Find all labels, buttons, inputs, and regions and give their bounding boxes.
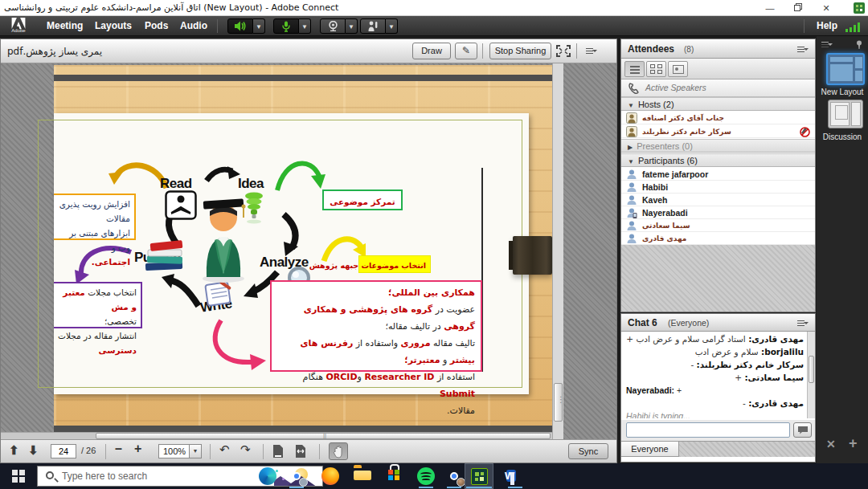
layout-label[interactable]: New Layout: [817, 88, 868, 96]
host-row[interactable]: جناب آقای دکتر اصنافه: [621, 112, 815, 124]
participant-row[interactable]: سیما سعادتی: [621, 219, 815, 232]
search-placeholder: Type here to search: [62, 471, 147, 482]
speaker-button[interactable]: [227, 18, 253, 34]
visibility-box: افزایش رویت پذیری مقالات ابزارهای مبتنی …: [54, 194, 136, 240]
microsoft-store-icon[interactable]: [386, 467, 403, 485]
status-dropdown[interactable]: ▼: [386, 18, 398, 34]
tab-everyone[interactable]: Everyone: [621, 441, 679, 457]
idea-to-focus-arrow: [272, 155, 326, 195]
chat-scrollbar-thumb[interactable]: [809, 356, 814, 383]
horizontal-scrollbar[interactable]: [1, 432, 552, 439]
chat-scope-label: (Everyone): [668, 318, 709, 328]
fit-width-icon[interactable]: [295, 444, 308, 461]
breakout-view-button[interactable]: [646, 61, 666, 77]
chat-input[interactable]: [626, 422, 790, 438]
minimize-button[interactable]: —: [756, 0, 784, 16]
attendees-empty-area: [621, 245, 815, 312]
host-row[interactable]: سرکار خانم دکتر نظربلند: [621, 125, 815, 138]
stage-label-read: Read: [160, 176, 192, 192]
list-view-button[interactable]: [624, 61, 645, 77]
file-explorer-icon[interactable]: [354, 467, 371, 485]
webcam-control: ▼: [320, 18, 358, 34]
annotation-pencil-button[interactable]: ✎: [455, 43, 477, 59]
sync-button[interactable]: Sync: [568, 443, 608, 459]
chat-tab-strip: [679, 441, 815, 457]
rail-menu-icon[interactable]: [821, 41, 833, 48]
chat-scrollbar[interactable]: [807, 332, 815, 418]
slide: Read Idea Analyze: [54, 113, 529, 394]
stop-sharing-button[interactable]: Stop Sharing: [489, 43, 551, 59]
taskbar-search[interactable]: Type here to search: [37, 466, 323, 487]
add-layout-icon[interactable]: +: [849, 435, 858, 452]
search-icon: [46, 471, 54, 479]
firefox-icon[interactable]: [321, 467, 339, 485]
previous-page-button[interactable]: ⬆: [9, 443, 19, 458]
draw-button[interactable]: Draw: [412, 43, 451, 59]
microphone-dropdown[interactable]: ▼: [299, 18, 311, 34]
participant-row[interactable]: Habibi: [621, 181, 815, 194]
pod-menu-icon[interactable]: [797, 320, 809, 327]
speaker-dropdown[interactable]: ▼: [253, 18, 265, 34]
binder-clip: [513, 236, 552, 275]
read-to-idea-arrow: [203, 165, 242, 185]
participant-avatar: [626, 194, 637, 206]
fullscreen-icon[interactable]: [555, 44, 571, 58]
menu-audio[interactable]: Audio: [175, 16, 212, 36]
webcam-button[interactable]: [320, 18, 346, 34]
participant-phone-avatar: [626, 207, 637, 218]
page-gap: [54, 75, 552, 81]
pod-menu-icon[interactable]: [586, 47, 597, 55]
participant-row[interactable]: Kaveh: [621, 194, 815, 206]
topics-box: انتخاب موضوعات جبهه پژوهش: [358, 255, 431, 273]
start-button[interactable]: [0, 463, 37, 489]
raise-hand-button[interactable]: [360, 18, 386, 34]
participants-section-header[interactable]: ▼Participants (6): [621, 153, 815, 167]
window-title: اتاق آنلاین مراسم-دانشکده علوم تربیتی و …: [4, 2, 338, 13]
participant-row[interactable]: Nayerabadi: [621, 206, 815, 219]
typing-indicator: Habibi is typing...: [626, 411, 810, 418]
next-page-button[interactable]: ⬇: [28, 443, 39, 458]
send-message-icon[interactable]: [793, 422, 812, 438]
chrome-icon[interactable]: [288, 467, 305, 485]
hosts-section-header[interactable]: ▼Hosts (2): [621, 97, 815, 111]
pin-icon[interactable]: [855, 40, 863, 50]
status-view-button[interactable]: [668, 61, 688, 77]
title-bar: اتاق آنلاین مراسم-دانشکده علوم تربیتی و …: [0, 0, 868, 16]
close-pod-icon[interactable]: ✕: [826, 438, 836, 450]
zoom-in-button[interactable]: +: [134, 442, 141, 456]
rotate-left-icon[interactable]: ↶: [219, 442, 230, 457]
horizontal-scrollbar-thumb[interactable]: [96, 433, 551, 439]
layout-label[interactable]: Discussion: [817, 132, 868, 141]
pan-hand-tool[interactable]: [329, 442, 348, 460]
pod-menu-icon[interactable]: [797, 46, 809, 53]
fit-page-icon[interactable]: [272, 444, 284, 461]
adobe-connect-taskbar-tile[interactable]: [465, 463, 493, 489]
page-number-input[interactable]: [51, 444, 76, 458]
adobe-logo: Adobe: [6, 18, 31, 35]
menu-help[interactable]: Help: [817, 16, 837, 36]
maximize-button[interactable]: [784, 0, 812, 16]
zoom-level-select[interactable]: 100% ▼: [158, 444, 202, 458]
collaboration-box: همکاری بین المللی؛ عضویت در گروه های پژو…: [270, 280, 482, 372]
close-button[interactable]: ✕: [813, 0, 840, 16]
zoom-out-button[interactable]: –: [115, 442, 122, 456]
menu-layouts[interactable]: Layouts: [90, 16, 137, 36]
layout-discussion[interactable]: [828, 100, 863, 128]
vertical-scrollbar-thumb[interactable]: [554, 383, 563, 422]
webcam-dropdown[interactable]: ▼: [346, 18, 358, 34]
rotate-right-icon[interactable]: ↷: [240, 442, 251, 457]
spotify-icon[interactable]: [417, 467, 435, 485]
connection-signal-icon[interactable]: [845, 22, 863, 32]
zoom-dropdown-icon[interactable]: ▼: [189, 445, 201, 458]
microphone-button[interactable]: [273, 18, 299, 34]
layout-new-layout[interactable]: [826, 53, 865, 85]
chrome-profile-icon[interactable]: [445, 467, 463, 485]
word-icon[interactable]: W: [506, 467, 524, 485]
presenters-section-header[interactable]: ▶Presenters (0): [621, 139, 815, 153]
menu-pods[interactable]: Pods: [140, 16, 173, 36]
vertical-scrollbar[interactable]: [552, 63, 563, 439]
edge-icon[interactable]: [259, 467, 276, 485]
participant-row[interactable]: مهدی قادری: [621, 232, 815, 245]
participant-row[interactable]: fateme jafarpoor: [621, 168, 815, 181]
menu-meeting[interactable]: Meeting: [42, 16, 88, 36]
